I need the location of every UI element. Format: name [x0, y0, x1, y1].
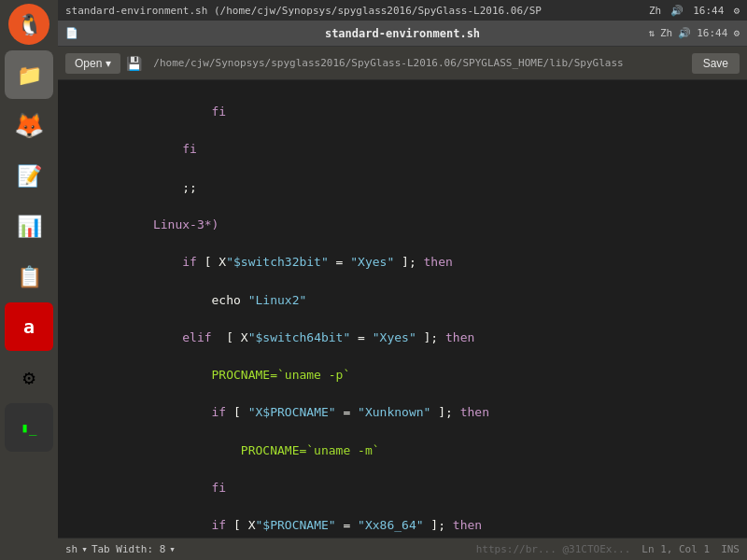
- title-bar-icon: 📄: [65, 27, 78, 39]
- settings-icon[interactable]: ⚙: [5, 353, 53, 401]
- title-bar-right: ⇅ Zh 🔊 16:44 ⚙: [648, 27, 740, 39]
- firefox-icon[interactable]: 🦊: [5, 101, 53, 149]
- open-button[interactable]: Open ▾: [65, 53, 120, 74]
- keyboard-layout[interactable]: Zh: [649, 5, 661, 17]
- libreoffice-calc-icon[interactable]: 📊: [5, 202, 53, 250]
- filetype-dropdown-icon[interactable]: ▾: [81, 543, 88, 555]
- libreoffice-writer-icon[interactable]: 📝: [5, 151, 53, 200]
- save-indicator-icon: 💾: [126, 56, 142, 71]
- code-line: fi: [58, 140, 747, 159]
- code-line: Linux-3*): [58, 216, 747, 234]
- toolbar: Open ▾ 💾 /home/cjw/Synopsys/spyglass2016…: [58, 47, 747, 80]
- files-icon[interactable]: 📁: [5, 50, 53, 99]
- insert-mode: INS: [721, 543, 740, 555]
- status-bar: sh ▾ Tab Width: 8 ▾ https://br... @31CTO…: [58, 538, 747, 560]
- cursor-position: Ln 1, Col 1: [641, 543, 710, 555]
- title-clock: 16:44: [697, 27, 727, 39]
- clock: 16:44: [693, 5, 724, 17]
- libreoffice-impress-icon[interactable]: 📋: [5, 252, 53, 301]
- code-line: fi: [58, 479, 747, 497]
- title-settings-icon[interactable]: ⚙: [733, 27, 740, 39]
- code-editor[interactable]: fi fi ;; Linux-3*) if [ X"$switch32bit" …: [58, 80, 747, 538]
- open-dropdown-icon[interactable]: ▾: [106, 57, 111, 70]
- ubuntu-icon[interactable]: 🐧: [8, 4, 49, 45]
- tab-width-dropdown-icon[interactable]: ▾: [169, 543, 176, 555]
- status-left: sh ▾ Tab Width: 8 ▾: [65, 543, 176, 555]
- filepath-bar: /home/cjw/Synopsys/spyglass2016/SpyGlass…: [148, 57, 685, 69]
- keyboard-indicator: Zh: [660, 27, 672, 39]
- settings-gear-icon[interactable]: ⚙: [733, 5, 740, 17]
- open-label: Open: [75, 57, 102, 70]
- title-bar: 📄 standard-environment.sh ⇅ Zh 🔊 16:44 ⚙: [58, 21, 747, 47]
- window-title: standard-environment.sh: [325, 27, 480, 40]
- sidebar: 🐧 📁 🦊 📝 📊 📋 a ⚙ ▮_: [0, 0, 58, 560]
- code-line: elif [ X"$switch64bit" = "Xyes" ]; then: [58, 329, 747, 347]
- top-system-bar: standard-environment.sh (/home/cjw/Synop…: [58, 0, 747, 21]
- code-line: PROCNAME=`uname -p`: [58, 366, 747, 385]
- title-bar-left: 📄: [65, 27, 78, 39]
- transfer-icon: ⇅: [648, 27, 655, 39]
- code-line: if [ X"$switch32bit" = "Xyes" ]; then: [58, 253, 747, 272]
- code-line: fi: [58, 103, 747, 121]
- save-button[interactable]: Save: [692, 53, 740, 74]
- filetype-indicator[interactable]: sh: [65, 543, 78, 555]
- terminal-icon[interactable]: ▮_: [5, 403, 53, 452]
- code-line: if [ X"$PROCNAME" = "Xx86_64" ]; then: [58, 516, 747, 535]
- top-bar-title: standard-environment.sh (/home/cjw/Synop…: [65, 5, 542, 17]
- tab-width-label[interactable]: Tab Width: 8: [92, 543, 165, 555]
- code-content[interactable]: fi fi ;; Linux-3*) if [ X"$switch32bit" …: [58, 80, 747, 538]
- code-line: ;;: [58, 178, 747, 197]
- code-line: if [ "X$PROCNAME" = "Xunknown" ]; then: [58, 403, 747, 422]
- code-line: echo "Linux2": [58, 291, 747, 310]
- status-right: https://br... @31CTOEx... Ln 1, Col 1 IN…: [476, 543, 740, 555]
- editor-window: 📄 standard-environment.sh ⇅ Zh 🔊 16:44 ⚙…: [58, 21, 747, 560]
- code-line: PROCNAME=`uname -m`: [58, 441, 747, 460]
- audio-icon: 🔊: [678, 27, 691, 39]
- volume-icon[interactable]: 🔊: [670, 5, 684, 17]
- software-center-icon[interactable]: a: [5, 302, 53, 351]
- url-hint: https://br... @31CTOEx...: [476, 543, 631, 555]
